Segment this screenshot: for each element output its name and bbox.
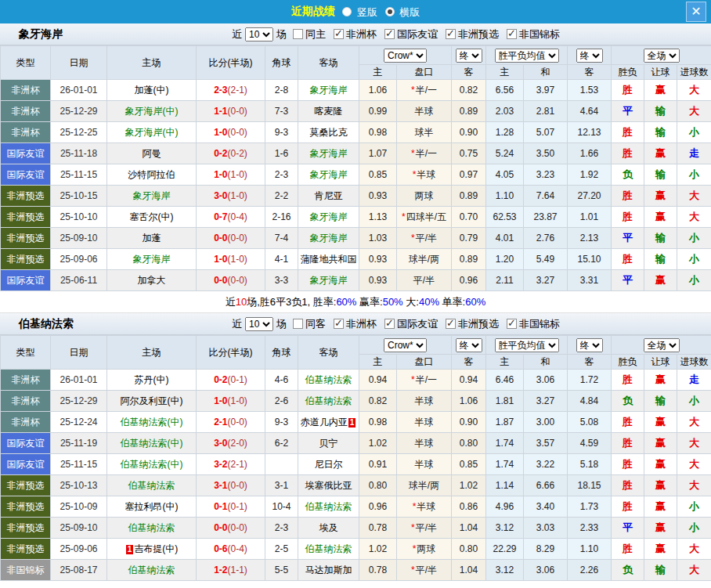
competition-checkbox[interactable]: [334, 319, 344, 329]
radio-horizontal[interactable]: [385, 7, 395, 16]
col-away: 客场: [298, 46, 359, 80]
competition-checkbox[interactable]: [446, 29, 456, 39]
match-date: 25-11-18: [51, 143, 107, 164]
fulltime-score: 3-1: [214, 480, 227, 491]
avg-home-odds: 1.74: [486, 454, 524, 475]
same-venue-checkbox[interactable]: [293, 29, 303, 39]
scope-select[interactable]: 全场: [644, 49, 680, 63]
result-handicap: 赢: [644, 80, 677, 101]
competition-checkbox[interactable]: [334, 29, 344, 39]
fulltime-score: 0-7: [214, 211, 227, 222]
away-team: 埃塞俄比亚: [298, 475, 359, 496]
match-date: 25-12-29: [51, 391, 107, 412]
match-row: 非洲杯25-12-24伯基纳法索(中)2-1(0-0)9-3赤道几内亚10.98…: [1, 412, 711, 433]
radio-horizontal-label[interactable]: 横版: [399, 5, 420, 17]
final-odds-select[interactable]: 终: [456, 338, 482, 352]
odds-company-select[interactable]: Crow*: [384, 338, 427, 352]
result-win-draw-loss: 胜: [612, 186, 644, 207]
home-team: 伯基纳法索: [107, 518, 197, 539]
result-goals: 小: [677, 164, 711, 186]
match-date: 25-09-06: [51, 249, 107, 270]
competition-checkbox[interactable]: [446, 319, 456, 329]
avg-home-odds: 6.46: [486, 370, 524, 391]
close-icon[interactable]: ✕: [686, 2, 706, 22]
away-team: 伯基纳法索: [298, 496, 359, 518]
handicap-line: *两球: [397, 539, 452, 560]
recent-suffix-label: 场: [276, 317, 287, 331]
competition-checkbox[interactable]: [384, 29, 395, 39]
home-odds: 0.85: [359, 164, 397, 186]
competition-checkbox[interactable]: [507, 29, 517, 39]
avg-draw-odds: 7.64: [524, 186, 568, 207]
competition-checkbox[interactable]: [384, 319, 395, 329]
competition-type: 国际友谊: [1, 143, 51, 164]
fulltime-score: 3-2: [214, 459, 227, 470]
fulltime-score: 2-3: [214, 85, 227, 96]
avg-odds-select[interactable]: 胜平负均值: [495, 49, 559, 63]
result-handicap: 赢: [644, 433, 677, 454]
corner-count: 3-3: [265, 270, 298, 291]
result-handicap: 输: [644, 228, 677, 249]
match-date: 25-10-10: [51, 207, 107, 228]
handicap-line: *四球半/五: [397, 207, 452, 228]
halftime-score: (1-0): [228, 169, 247, 180]
odds-company-select[interactable]: Crow*: [384, 49, 427, 63]
match-row: 非洲杯25-12-29象牙海岸(中)1-1(0-0)7-3喀麦隆0.99半球0.…: [1, 101, 711, 122]
red-card-badge: 1: [348, 418, 356, 427]
away-odds: 0.89: [452, 249, 486, 270]
competition-checkbox-label: 国际友谊: [397, 318, 438, 330]
final-odds-select[interactable]: 终: [456, 49, 482, 63]
result-win-draw-loss: 胜: [612, 496, 644, 518]
match-date: 25-06-11: [51, 270, 107, 291]
fulltime-score: 0-0: [214, 275, 227, 286]
recent-count-select[interactable]: 10: [245, 317, 273, 331]
handicap-line: 球半/两: [397, 475, 452, 496]
recent-count-select[interactable]: 10: [245, 27, 273, 41]
result-handicap: 输: [644, 249, 677, 270]
fulltime-score: 0-2: [214, 148, 227, 159]
competition-type: 非洲预选: [1, 228, 51, 249]
radio-vertical[interactable]: [342, 7, 352, 16]
col-goals: 进球数: [677, 355, 711, 370]
final-avg-select[interactable]: 终: [576, 49, 603, 63]
home-odds: 0.78: [359, 560, 397, 581]
avg-away-odds: 1.01: [568, 207, 612, 228]
match-date: 25-09-06: [51, 539, 107, 560]
avg-draw-odds: 3.27: [524, 391, 568, 412]
handicap-line: *平/半: [397, 228, 452, 249]
result-handicap: 输: [644, 560, 677, 581]
match-date: 25-10-09: [51, 496, 107, 518]
competition-checkbox[interactable]: [507, 319, 517, 329]
away-odds: 0.80: [452, 433, 486, 454]
final-avg-select[interactable]: 终: [576, 338, 603, 352]
avg-odds-select[interactable]: 胜平负均值: [495, 338, 559, 352]
avg-draw-odds: 5.07: [524, 122, 568, 143]
scope-select[interactable]: 全场: [644, 338, 680, 352]
away-odds: 1.04: [452, 560, 486, 581]
corner-count: 9-3: [265, 122, 298, 143]
avg-away-odds: 5.08: [568, 412, 612, 433]
home-odds: 0.82: [359, 391, 397, 412]
corner-count: 2-3: [265, 518, 298, 539]
home-odds: 1.03: [359, 228, 397, 249]
col-date: 日期: [51, 46, 107, 80]
result-handicap: 赢: [644, 143, 677, 164]
result-win-draw-loss: 胜: [612, 143, 644, 164]
result-handicap: 赢: [644, 412, 677, 433]
away-team: 赤道几内亚1: [298, 412, 359, 433]
score: 3-1(0-0): [197, 475, 265, 496]
home-team: 伯基纳法索(中): [107, 454, 197, 475]
halftime-score: (0-0): [228, 480, 247, 491]
summary-segment: 50%: [383, 296, 403, 308]
competition-filter-group: 非洲杯国际友谊非洲预选非国锦标: [327, 27, 561, 41]
competition-checkbox-label: 非洲预选: [458, 28, 499, 40]
result-handicap: 赢: [644, 186, 677, 207]
match-date: 25-11-15: [51, 454, 107, 475]
result-handicap: 输: [644, 164, 677, 186]
radio-vertical-label[interactable]: 竖版: [357, 5, 377, 17]
avg-away-odds: 2.13: [568, 228, 612, 249]
recent-suffix-label: 场: [276, 27, 287, 41]
home-odds: 0.96: [359, 496, 397, 518]
same-venue-checkbox[interactable]: [293, 319, 303, 329]
result-goals: 大: [677, 539, 711, 560]
